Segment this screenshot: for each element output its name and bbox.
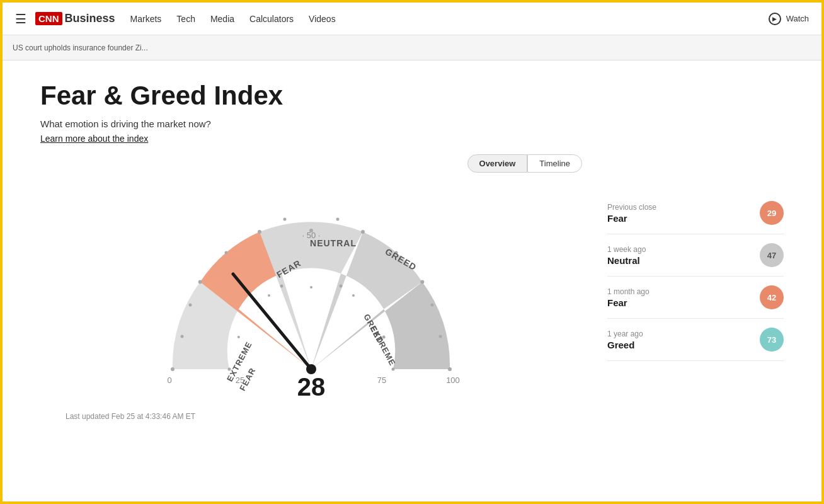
nav-tech[interactable]: Tech bbox=[176, 14, 195, 24]
stat-row-previous: Previous close Fear 29 bbox=[607, 192, 784, 234]
navbar: ☰ CNN Business Markets Tech Media Calcul… bbox=[3, 3, 821, 35]
stat-period-previous: Previous close bbox=[607, 203, 656, 212]
nav-calculators[interactable]: Calculators bbox=[249, 14, 294, 24]
business-label: Business bbox=[65, 12, 115, 25]
scale-75: 75 bbox=[377, 375, 386, 385]
nav-links: Markets Tech Media Calculators Videos bbox=[130, 13, 336, 25]
learn-more-link[interactable]: Learn more about the index bbox=[40, 134, 148, 144]
ticker-text: US court upholds insurance founder Zi... bbox=[13, 43, 148, 52]
main-content: Fear & Greed Index What emotion is drivi… bbox=[3, 60, 821, 433]
gauge-container: EXTREME FEAR FEAR NEUTRAL GREED EXTREME … bbox=[135, 180, 488, 407]
stat-info-month: 1 month ago Fear bbox=[607, 287, 649, 308]
stat-badge-week: 47 bbox=[760, 243, 784, 267]
tab-buttons: Overview Timeline bbox=[40, 154, 582, 173]
watch-label[interactable]: Watch bbox=[786, 14, 809, 23]
svg-point-11 bbox=[431, 304, 434, 307]
nav-media[interactable]: Media bbox=[210, 14, 234, 24]
page-title: Fear & Greed Index bbox=[40, 81, 784, 111]
scale-25: 25 bbox=[236, 375, 244, 385]
svg-point-17 bbox=[280, 285, 283, 288]
svg-point-1 bbox=[189, 304, 192, 307]
gauge-svg: EXTREME FEAR FEAR NEUTRAL GREED EXTREME … bbox=[135, 180, 488, 407]
page-subtitle: What emotion is driving the market now? bbox=[40, 118, 784, 129]
ticker-bar: US court upholds insurance founder Zi... bbox=[3, 35, 821, 60]
nav-videos[interactable]: Videos bbox=[309, 14, 336, 24]
stat-badge-month: 42 bbox=[760, 285, 784, 309]
svg-point-8 bbox=[361, 230, 365, 234]
svg-point-2 bbox=[198, 280, 202, 284]
tick-0 bbox=[171, 367, 175, 371]
stat-label-week: Neutral bbox=[607, 255, 646, 266]
stat-row-month: 1 month ago Fear 42 bbox=[607, 277, 784, 319]
stat-info-previous: Previous close Fear bbox=[607, 203, 656, 224]
stat-period-week: 1 week ago bbox=[607, 245, 646, 254]
tab-timeline[interactable]: Timeline bbox=[527, 154, 582, 173]
scale-100: 100 bbox=[446, 375, 460, 385]
stat-info-week: 1 week ago Neutral bbox=[607, 245, 646, 266]
last-updated: Last updated Feb 25 at 4:33:46 AM ET bbox=[40, 412, 582, 421]
scale-50: · 50 · bbox=[302, 231, 321, 240]
svg-point-15 bbox=[237, 336, 240, 338]
stat-row-week: 1 week ago Neutral 47 bbox=[607, 234, 784, 277]
gauge-value: 28 bbox=[297, 373, 326, 401]
stat-label-month: Fear bbox=[607, 297, 649, 308]
watch-icon: ▶ bbox=[769, 13, 781, 25]
stat-label-previous: Fear bbox=[607, 213, 656, 224]
side-stats: Previous close Fear 29 1 week ago Neutra… bbox=[607, 154, 784, 361]
nav-right: ▶ Watch bbox=[769, 13, 809, 25]
content-row: Overview Timeline bbox=[40, 154, 784, 421]
stat-row-year: 1 year ago Greed 73 bbox=[607, 319, 784, 361]
svg-point-5 bbox=[283, 218, 287, 221]
svg-point-18 bbox=[310, 286, 312, 289]
stat-period-month: 1 month ago bbox=[607, 287, 649, 296]
gauge-section: Overview Timeline bbox=[40, 154, 582, 421]
svg-point-3 bbox=[225, 251, 228, 255]
stat-badge-previous: 29 bbox=[760, 201, 784, 225]
label-extreme-greed2: GREED bbox=[362, 312, 385, 345]
svg-point-12 bbox=[439, 335, 442, 338]
cnn-logo-group: CNN Business bbox=[35, 12, 115, 25]
hamburger-menu[interactable]: ☰ bbox=[15, 11, 26, 26]
svg-point-16 bbox=[268, 294, 270, 297]
stat-label-year: Greed bbox=[607, 340, 643, 350]
tab-overview[interactable]: Overview bbox=[467, 154, 528, 173]
stat-badge-year: 73 bbox=[760, 328, 784, 352]
stat-info-year: 1 year ago Greed bbox=[607, 329, 643, 350]
svg-point-20 bbox=[352, 294, 355, 297]
svg-point-0 bbox=[181, 335, 184, 338]
svg-point-4 bbox=[258, 230, 261, 234]
svg-point-10 bbox=[420, 280, 424, 284]
nav-markets[interactable]: Markets bbox=[130, 14, 162, 24]
stat-period-year: 1 year ago bbox=[607, 329, 643, 338]
cnn-logo: CNN bbox=[35, 12, 62, 25]
svg-point-7 bbox=[336, 218, 340, 221]
svg-point-22 bbox=[392, 368, 395, 371]
scale-0: 0 bbox=[167, 375, 171, 385]
svg-point-19 bbox=[340, 285, 343, 288]
svg-point-13 bbox=[448, 367, 452, 371]
